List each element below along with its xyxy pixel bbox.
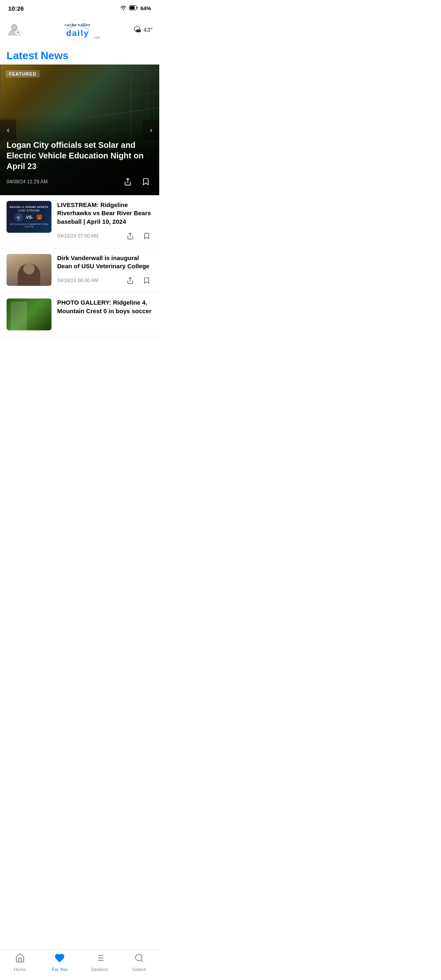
svg-point-2 [11,24,17,30]
news-content: Dirk Vanderwall is inaugural Dean of USU… [57,254,153,287]
news-date: 04/10/24 06:00 AM [57,278,98,283]
carousel-next-button[interactable]: › [143,120,159,140]
featured-badge: FEATURED [6,70,40,78]
news-bookmark-button[interactable] [140,230,153,242]
news-item[interactable]: Dirk Vanderwall is inaugural Dean of USU… [0,248,159,293]
weather-display: 🌤 43° [133,25,153,34]
news-content: PHOTO GALLERY: Ridgeline 4, Mountain Cre… [57,298,153,315]
latest-news-title: Latest News [7,49,153,62]
header-left [7,22,22,37]
user-settings-button[interactable] [7,22,22,37]
site-logo[interactable]: cache valley daily .com [22,18,133,41]
status-time: 10:26 [8,5,24,12]
news-list: REGION 11 SPRING SPORTS LIVE STREAM 🦅 -V… [0,195,159,336]
svg-text:daily: daily [66,28,89,38]
featured-title: Logan City officials set Solar and Elect… [7,140,153,172]
news-bookmark-button[interactable] [140,274,153,287]
status-icons: 64% [120,5,151,11]
news-item[interactable]: REGION 11 SPRING SPORTS LIVE STREAM 🦅 -V… [0,195,159,248]
news-title: LIVESTREAM: Ridgeline Riverhawks vs Bear… [57,201,153,226]
news-footer: 04/10/24 07:00 AM [57,230,153,242]
news-share-button[interactable] [124,274,136,287]
news-title: PHOTO GALLERY: Ridgeline 4, Mountain Cre… [57,298,153,315]
featured-date: 04/09/24 11:29 AM [7,179,48,185]
featured-carousel[interactable]: FEATURED ‹ › Logan City officials set So… [0,65,159,195]
news-content: LIVESTREAM: Ridgeline Riverhawks vs Bear… [57,201,153,242]
carousel-overlay: Logan City officials set Solar and Elect… [0,115,159,195]
wifi-icon [120,5,127,11]
news-footer: 04/10/24 06:00 AM [57,274,153,287]
status-bar: 10:26 64% [0,0,159,15]
news-share-button[interactable] [124,230,136,242]
weather-temp: 43° [143,26,153,33]
carousel-meta: 04/09/24 11:29 AM [7,175,153,189]
carousel-actions [121,175,153,189]
news-actions [124,274,153,287]
news-item[interactable]: PHOTO GALLERY: Ridgeline 4, Mountain Cre… [0,293,159,336]
header: cache valley daily .com 🌤 43° [0,15,159,45]
news-date: 04/10/24 07:00 AM [57,233,98,239]
battery-percent: 64% [140,5,151,11]
news-thumbnail-person [7,254,51,286]
news-actions [124,230,153,242]
weather-icon: 🌤 [133,25,141,34]
featured-bookmark-button[interactable] [139,175,153,189]
featured-share-button[interactable] [121,175,135,189]
section-heading: Latest News [0,45,159,65]
battery-icon [129,5,138,11]
news-title: Dirk Vanderwall is inaugural Dean of USU… [57,254,153,271]
svg-rect-1 [130,6,135,9]
carousel-prev-button[interactable]: ‹ [0,120,16,140]
news-thumbnail-livestream: REGION 11 SPRING SPORTS LIVE STREAM 🦅 -V… [7,201,51,233]
svg-text:.com: .com [94,36,100,39]
news-thumbnail-soccer [7,298,51,330]
